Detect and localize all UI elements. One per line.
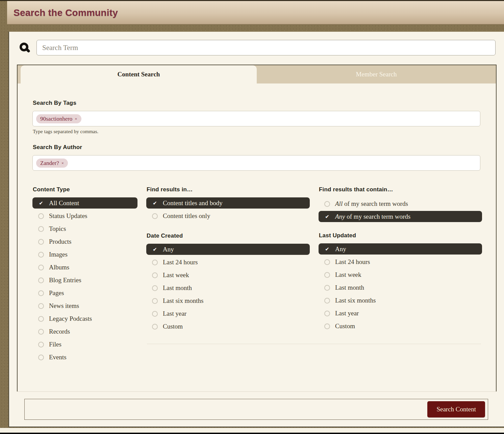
search-panel: Content Search Member Search Search By T… bbox=[8, 31, 504, 427]
option-custom[interactable]: Custom bbox=[319, 320, 482, 333]
radio-icon bbox=[324, 323, 330, 329]
search-term-input[interactable] bbox=[36, 40, 496, 55]
radio-icon bbox=[152, 324, 158, 330]
option-label: Last week bbox=[163, 271, 189, 279]
radio-icon bbox=[38, 303, 44, 309]
option-all-of-my-search-term-words[interactable]: All of my search term words bbox=[319, 197, 482, 210]
radio-icon bbox=[38, 290, 44, 296]
option-label: Custom bbox=[335, 322, 355, 330]
check-icon: ✔ bbox=[152, 246, 158, 252]
option-images[interactable]: Images bbox=[32, 248, 137, 261]
option-label: Last month bbox=[335, 284, 364, 291]
radio-icon bbox=[152, 285, 158, 291]
option-label: Custom bbox=[163, 323, 183, 330]
content-type-column: Content Type ✔All ContentStatus UpdatesT… bbox=[32, 186, 137, 364]
radio-icon bbox=[152, 311, 158, 317]
bottom-black-bar bbox=[0, 433, 504, 434]
option-all-content[interactable]: ✔All Content bbox=[32, 197, 137, 209]
tag-chip-label: 90sactionhero bbox=[40, 116, 72, 122]
option-label: Last six months bbox=[163, 297, 203, 305]
radio-icon bbox=[324, 272, 330, 278]
option-label: News items bbox=[49, 302, 79, 310]
option-last-six-months[interactable]: Last six months bbox=[319, 294, 482, 307]
option-label: Topics bbox=[49, 225, 66, 233]
option-label: Last 24 hours bbox=[163, 259, 198, 266]
option-news-items[interactable]: News items bbox=[32, 299, 137, 312]
option-label: Files bbox=[49, 341, 61, 348]
option-any-of-my-search-term-words[interactable]: ✔Any of my search term words bbox=[319, 211, 482, 222]
option-label: Albums bbox=[49, 264, 69, 271]
radio-icon bbox=[152, 298, 158, 304]
option-label: Status Updates bbox=[49, 212, 87, 220]
radio-icon bbox=[324, 285, 330, 291]
tab-member-search-label: Member Search bbox=[356, 71, 397, 78]
footer-toolbar: Search Content bbox=[24, 399, 488, 420]
option-any[interactable]: ✔Any bbox=[146, 244, 310, 255]
find-results-in-heading: Find results in… bbox=[147, 186, 310, 193]
option-legacy-podcasts[interactable]: Legacy Podcasts bbox=[32, 312, 137, 325]
tab-content-search-label: Content Search bbox=[118, 71, 160, 78]
search-content-button[interactable]: Search Content bbox=[427, 401, 485, 417]
tab-content-search[interactable]: Content Search bbox=[21, 65, 257, 83]
check-icon: ✔ bbox=[152, 200, 158, 206]
below-panel-strip bbox=[0, 428, 504, 433]
option-records[interactable]: Records bbox=[32, 325, 137, 338]
right-column: Find results that contain… All of my sea… bbox=[319, 186, 482, 364]
find-results-contain-options: All of my search term words✔Any of my se… bbox=[319, 197, 482, 222]
option-label: Pages bbox=[49, 289, 64, 297]
search-by-author-section: Search By Author Zander? × bbox=[32, 144, 480, 171]
radio-icon bbox=[38, 213, 44, 219]
radio-icon bbox=[324, 298, 330, 304]
option-pages[interactable]: Pages bbox=[32, 287, 137, 299]
tab-member-search[interactable]: Member Search bbox=[257, 65, 496, 83]
option-last-year[interactable]: Last year bbox=[146, 307, 310, 320]
option-custom[interactable]: Custom bbox=[146, 320, 310, 333]
option-last-month[interactable]: Last month bbox=[146, 282, 310, 294]
author-chip: Zander? × bbox=[36, 159, 68, 168]
radio-icon bbox=[38, 265, 44, 270]
option-content-titles-only[interactable]: Content titles only bbox=[146, 210, 310, 222]
radio-icon bbox=[38, 355, 44, 360]
option-label: Last week bbox=[335, 271, 361, 279]
author-chip-label: Zander? bbox=[40, 160, 59, 166]
tab-bar: Content Search Member Search bbox=[18, 65, 496, 83]
option-last-week[interactable]: Last week bbox=[319, 268, 482, 281]
tag-chip-remove-icon[interactable]: × bbox=[75, 117, 77, 121]
option-last-month[interactable]: Last month bbox=[319, 281, 482, 294]
option-files[interactable]: Files bbox=[32, 338, 137, 351]
option-last-year[interactable]: Last year bbox=[319, 307, 482, 320]
option-any[interactable]: ✔Any bbox=[319, 243, 482, 255]
radio-icon bbox=[38, 252, 44, 258]
option-label: Last year bbox=[335, 310, 359, 317]
check-icon: ✔ bbox=[38, 200, 44, 206]
filter-options-grid: Content Type ✔All ContentStatus UpdatesT… bbox=[32, 186, 480, 364]
date-created-heading: Date Created bbox=[147, 233, 310, 239]
radio-icon bbox=[152, 213, 158, 219]
search-term-row bbox=[9, 32, 504, 55]
option-label: Last month bbox=[163, 284, 192, 292]
option-content-titles-and-body[interactable]: ✔Content titles and body bbox=[146, 197, 310, 209]
radio-icon bbox=[324, 311, 330, 316]
option-label: Any bbox=[163, 246, 174, 253]
option-products[interactable]: Products bbox=[32, 235, 137, 248]
author-input[interactable]: Zander? × bbox=[32, 155, 480, 171]
search-by-author-heading: Search By Author bbox=[33, 144, 480, 151]
option-last-24-hours[interactable]: Last 24 hours bbox=[319, 256, 482, 268]
option-label: Last 24 hours bbox=[335, 258, 370, 266]
option-status-updates[interactable]: Status Updates bbox=[32, 210, 137, 222]
option-label: Any bbox=[335, 245, 346, 253]
option-last-week[interactable]: Last week bbox=[146, 269, 310, 282]
option-blog-entries[interactable]: Blog Entries bbox=[32, 274, 137, 287]
option-label: Legacy Podcasts bbox=[49, 315, 92, 322]
option-last-24-hours[interactable]: Last 24 hours bbox=[146, 256, 310, 269]
radio-icon bbox=[38, 342, 44, 347]
radio-icon bbox=[152, 260, 158, 265]
option-events[interactable]: Events bbox=[32, 351, 137, 364]
author-chip-remove-icon[interactable]: × bbox=[61, 161, 64, 165]
radio-icon bbox=[38, 278, 44, 283]
check-icon: ✔ bbox=[324, 246, 330, 252]
option-last-six-months[interactable]: Last six months bbox=[146, 294, 310, 307]
option-topics[interactable]: Topics bbox=[32, 222, 137, 235]
option-albums[interactable]: Albums bbox=[32, 261, 137, 274]
tags-input[interactable]: 90sactionhero × bbox=[32, 111, 480, 126]
